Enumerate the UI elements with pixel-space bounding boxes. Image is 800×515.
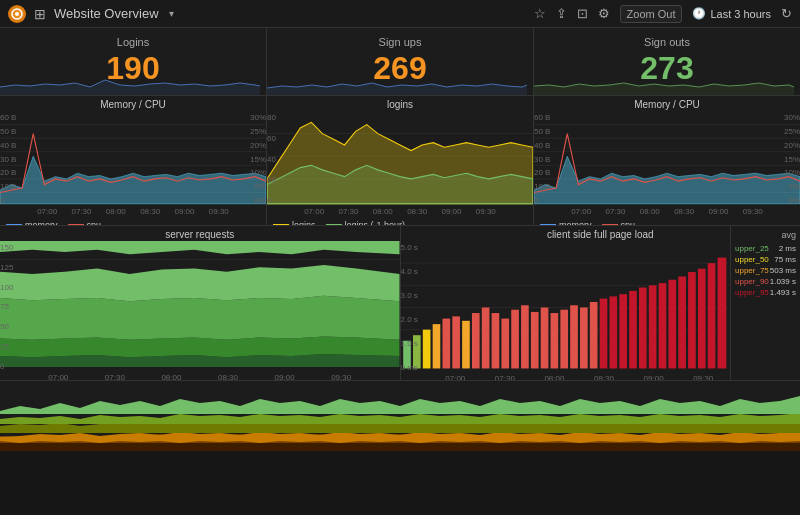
cpu2-legend-label: cpu bbox=[621, 220, 636, 225]
grafana-logo bbox=[8, 5, 26, 23]
zoom-out-button[interactable]: Zoom Out bbox=[620, 5, 683, 23]
cpu-legend-label: cpu bbox=[87, 220, 102, 225]
logins-stat-card: Logins 190 bbox=[0, 28, 267, 95]
client-page-load-xaxis: 07:0007:3008:0008:3009:0009:30 bbox=[401, 374, 729, 380]
svg-rect-46 bbox=[471, 313, 479, 368]
memory-cpu-2-chart bbox=[534, 111, 800, 207]
save-icon[interactable]: ⊡ bbox=[577, 6, 588, 21]
logins-legend-item: logins bbox=[273, 220, 316, 225]
upper25-item: upper_25 2 ms bbox=[735, 244, 796, 253]
server-requests-yaxis: 1501251007550250 bbox=[0, 241, 30, 373]
server-requests-panel: server requests 1501251007550250 bbox=[0, 226, 401, 380]
memory-cpu-2-legend: memory cpu bbox=[534, 218, 800, 225]
logins-legend-line bbox=[273, 224, 289, 225]
client-page-load-yaxis: 5.0 s4.0 s3.0 s2.0 s1.0 s0 ms bbox=[401, 241, 431, 374]
logins-chart-panel: logins 806040200 07:0007:3008:0008:3009:… bbox=[267, 96, 534, 225]
settings-icon[interactable]: ⚙ bbox=[598, 6, 610, 21]
share-icon[interactable]: ⇪ bbox=[556, 6, 567, 21]
svg-marker-33 bbox=[0, 241, 400, 301]
upper75-item: upper_75 503 ms bbox=[735, 266, 796, 275]
upper90-label: upper_90 bbox=[735, 277, 769, 286]
svg-rect-48 bbox=[491, 313, 499, 368]
upper95-item: upper_95 1.493 s bbox=[735, 288, 796, 297]
upper95-val: 1.493 s bbox=[770, 288, 796, 297]
logins-yaxis: 806040200 bbox=[267, 111, 297, 207]
avg-title: avg bbox=[735, 230, 796, 240]
upper95-label: upper_95 bbox=[735, 288, 769, 297]
memory-legend-label: memory bbox=[25, 220, 58, 225]
svg-marker-32 bbox=[0, 296, 400, 340]
svg-rect-51 bbox=[521, 305, 529, 368]
memory2-legend-line bbox=[540, 224, 556, 225]
svg-rect-70 bbox=[707, 263, 715, 368]
upper50-item: upper_50 75 ms bbox=[735, 255, 796, 264]
svg-rect-44 bbox=[452, 316, 460, 368]
upper50-label: upper_50 bbox=[735, 255, 769, 264]
server-requests-xaxis: 07:0007:3008:0008:3009:0009:30 bbox=[0, 373, 400, 380]
client-page-load-chart bbox=[401, 241, 729, 374]
logins-chart-body: 806040200 bbox=[267, 111, 533, 207]
cpu2-legend-line bbox=[602, 224, 618, 225]
memory-cpu-1-yaxis-left: 60 B50 B40 B30 B20 B10 B0 bbox=[0, 111, 30, 207]
svg-rect-62 bbox=[629, 291, 637, 369]
time-range[interactable]: 🕐 Last 3 hours bbox=[692, 7, 771, 20]
logins-xaxis: 07:0007:3008:0008:3009:0009:30 bbox=[267, 207, 533, 218]
svg-marker-31 bbox=[0, 336, 400, 357]
svg-marker-2 bbox=[0, 80, 260, 95]
avg-panel: avg upper_25 2 ms upper_50 75 ms upper_7… bbox=[730, 226, 800, 380]
signups-stat-card: Sign ups 269 bbox=[267, 28, 534, 95]
memory-cpu-2-title: Memory / CPU bbox=[534, 96, 800, 111]
memory-legend-line bbox=[6, 224, 22, 225]
upper50-val: 75 ms bbox=[774, 255, 796, 264]
memory-cpu-1-yaxis-right: 30%25%20%15%10%5%0% bbox=[238, 111, 266, 207]
svg-rect-52 bbox=[530, 312, 538, 369]
svg-rect-43 bbox=[442, 319, 450, 369]
svg-rect-67 bbox=[678, 276, 686, 368]
upper90-val: 1.039 s bbox=[770, 277, 796, 286]
memory-cpu-1-title: Memory / CPU bbox=[0, 96, 266, 111]
svg-rect-50 bbox=[511, 310, 519, 369]
refresh-icon[interactable]: ↻ bbox=[781, 6, 792, 21]
signups-label: Sign ups bbox=[379, 36, 422, 48]
svg-rect-66 bbox=[668, 280, 676, 369]
upper75-val: 503 ms bbox=[770, 266, 796, 275]
star-icon[interactable]: ☆ bbox=[534, 6, 546, 21]
signouts-stat-card: Sign outs 273 bbox=[534, 28, 800, 95]
memory-cpu-2-yaxis-right: 30%25%20%15%10%5%0% bbox=[772, 111, 800, 207]
svg-rect-57 bbox=[580, 308, 588, 369]
topbar-actions: ☆ ⇪ ⊡ ⚙ Zoom Out 🕐 Last 3 hours ↻ bbox=[534, 5, 792, 23]
dashboard-title: Website Overview bbox=[54, 6, 159, 21]
memory2-legend-label: memory bbox=[559, 220, 592, 225]
svg-rect-42 bbox=[432, 324, 440, 368]
logins-chart-title: logins bbox=[267, 96, 533, 111]
upper25-val: 2 ms bbox=[779, 244, 796, 253]
svg-marker-75 bbox=[0, 413, 800, 424]
svg-rect-56 bbox=[570, 305, 578, 368]
main-content: Logins 190 Sign ups 269 Sign outs 273 bbox=[0, 28, 800, 515]
upper75-label: upper_75 bbox=[735, 266, 769, 275]
memory-cpu-1-chart bbox=[0, 111, 266, 207]
svg-marker-77 bbox=[0, 443, 800, 451]
svg-rect-69 bbox=[697, 269, 705, 369]
signouts-label: Sign outs bbox=[644, 36, 690, 48]
logins-label: Logins bbox=[117, 36, 149, 48]
bottom-chart bbox=[0, 381, 800, 451]
logins-chart bbox=[267, 111, 533, 207]
svg-rect-47 bbox=[481, 308, 489, 369]
svg-rect-54 bbox=[550, 313, 558, 368]
svg-rect-60 bbox=[609, 296, 617, 368]
logins-legend-label: logins bbox=[292, 220, 316, 225]
dropdown-icon[interactable]: ▾ bbox=[169, 8, 174, 19]
svg-rect-55 bbox=[560, 310, 568, 369]
memory-legend-item: memory bbox=[6, 220, 58, 225]
bottom-strip bbox=[0, 381, 800, 451]
svg-rect-63 bbox=[638, 288, 646, 369]
svg-rect-68 bbox=[688, 272, 696, 368]
chart-row-1: Memory / CPU 60 B50 B40 B30 B20 B10 B0 3… bbox=[0, 96, 800, 226]
chart-row-2: server requests 1501251007550250 bbox=[0, 226, 800, 381]
server-requests-title: server requests bbox=[0, 226, 400, 241]
memory-cpu-1-legend: memory cpu bbox=[0, 218, 266, 225]
upper25-label: upper_25 bbox=[735, 244, 769, 253]
client-page-load-body: 5.0 s4.0 s3.0 s2.0 s1.0 s0 ms bbox=[401, 241, 729, 374]
svg-rect-59 bbox=[599, 299, 607, 369]
